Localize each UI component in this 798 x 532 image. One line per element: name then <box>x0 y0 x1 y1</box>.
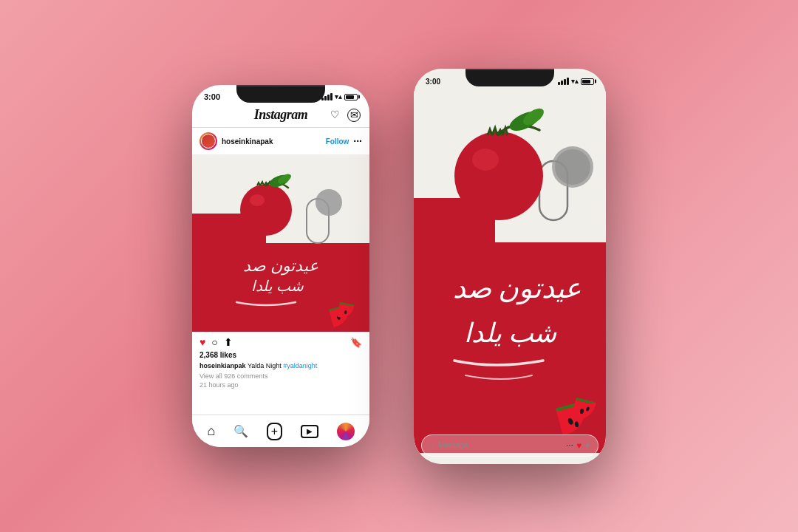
post-username: hoseinkinapak <box>222 137 321 146</box>
svg-text:عیدتون صد: عیدتون صد <box>243 256 318 276</box>
left-phone: 3:00 ▾▴ Instagram ♡ ✉ h <box>192 85 369 447</box>
caption-text: Yalda Night <box>248 362 283 369</box>
notch-right <box>466 69 554 86</box>
nav-reels-icon[interactable]: ▶ <box>301 425 318 438</box>
view-comments[interactable]: View all 926 comments <box>192 372 369 381</box>
post-time: 21 hours ago <box>192 381 369 393</box>
svg-text:عیدتون صد: عیدتون صد <box>453 273 582 305</box>
nav-add-icon[interactable]: + <box>267 423 282 440</box>
nav-profile-icon[interactable] <box>337 423 355 440</box>
svg-point-8 <box>240 184 292 236</box>
yalda-art-small: عیدتون صد شب یلدا <box>192 154 369 332</box>
nav-search-icon[interactable]: 🔍 <box>233 424 248 438</box>
svg-point-26 <box>454 132 543 220</box>
message-bar: ○ Message ⋯ ♥ ✈ <box>421 434 598 457</box>
svg-point-25 <box>555 149 590 185</box>
bookmark-button[interactable]: 🔖 <box>350 337 362 348</box>
like-button[interactable]: ♥ <box>200 336 205 348</box>
post-actions: ♥ ○ ⬆ 🔖 <box>192 332 369 351</box>
heart-icon[interactable]: ♡ <box>330 109 340 122</box>
svg-point-9 <box>250 194 265 206</box>
nav-home-icon[interactable]: ⌂ <box>207 423 215 439</box>
share-button[interactable]: ⬆ <box>224 336 233 348</box>
svg-point-27 <box>472 149 499 171</box>
time-left: 3:00 <box>204 92 220 101</box>
instagram-header: Instagram ♡ ✉ <box>192 104 369 128</box>
post-more-icon[interactable]: ··· <box>353 136 362 146</box>
message-icons: ⋯ ♥ ✈ <box>566 440 590 451</box>
right-phone: 3:00 ▾▴ <box>414 69 606 464</box>
post-avatar <box>200 132 217 150</box>
header-icons: ♡ ✉ <box>330 109 361 122</box>
svg-rect-22 <box>517 220 606 242</box>
caption-username: hoseinkianpak <box>200 362 246 369</box>
post-caption: hoseinkianpak Yalda Night #yaldanight <box>192 361 369 372</box>
send-icon[interactable]: ✈ <box>584 441 590 449</box>
svg-text:شب یلدا: شب یلدا <box>251 278 304 294</box>
message-input[interactable]: Message <box>438 441 562 449</box>
battery-icon-right <box>581 78 594 85</box>
heart-icon-msg[interactable]: ♥ <box>576 440 582 451</box>
svg-text:شب یلدا: شب یلدا <box>464 318 557 348</box>
yalda-art-large: عیدتون صد شب یلدا <box>414 69 606 464</box>
post-likes: 2,368 likes <box>192 351 369 361</box>
caption-hashtag[interactable]: #yaldanight <box>283 362 317 369</box>
post-image: عیدتون صد شب یلدا <box>192 154 369 332</box>
wifi-icon-right: ▾▴ <box>571 78 579 85</box>
messenger-icon[interactable]: ✉ <box>347 109 361 122</box>
battery-icon <box>344 94 358 100</box>
post-header: hoseinkinapak Follow ··· <box>192 128 369 154</box>
message-search-icon[interactable]: ○ <box>429 441 434 449</box>
wifi-icon: ▾▴ <box>335 93 342 100</box>
status-icons-right: ▾▴ <box>558 78 594 85</box>
yalda-fullscreen-art: 3:00 ▾▴ <box>414 69 606 464</box>
signal-icon-right <box>558 78 569 85</box>
bottom-nav: ⌂ 🔍 + ▶ <box>192 415 369 447</box>
instagram-logo: Instagram <box>254 107 308 123</box>
time-right: 3:00 <box>426 78 440 86</box>
comment-button[interactable]: ○ <box>211 336 217 348</box>
follow-button[interactable]: Follow <box>326 137 349 146</box>
svg-point-7 <box>316 189 342 216</box>
status-icons-left: ▾▴ <box>321 93 358 100</box>
emoji-icon[interactable]: ⋯ <box>566 441 573 449</box>
notch-left <box>236 85 325 103</box>
